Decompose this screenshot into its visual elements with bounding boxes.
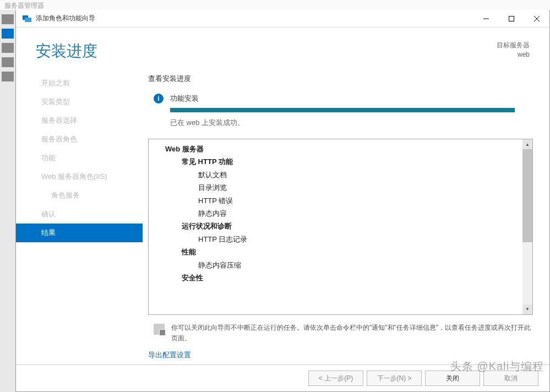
svg-rect-1 <box>25 18 31 22</box>
note-text: 你可以关闭此向导而不中断正在运行的任务。请依次单击命令栏中的"通知"和"任务详细… <box>171 323 533 344</box>
target-server-name: web <box>497 50 530 59</box>
target-server-info: 目标服务器 web <box>497 41 530 59</box>
footer: < 上一步(P) 下一步(N) > 关闭 取消 <box>16 364 549 391</box>
feature-item: HTTP 日志记录 <box>165 233 522 246</box>
export-config-link[interactable]: 导出配置设置 <box>148 349 533 364</box>
server-manager-icon <box>23 14 31 23</box>
window-controls <box>473 10 549 28</box>
nav-step-7: 确认 <box>36 205 143 224</box>
feature-item: 运行状况和诊断 <box>165 220 522 232</box>
cancel-button[interactable]: 取消 <box>483 371 538 386</box>
sidebar-stub-icon <box>2 29 14 39</box>
sidebar-stub-icon <box>2 57 14 67</box>
feature-item: 安全性 <box>165 271 522 284</box>
feature-item: 性能 <box>165 246 522 258</box>
sidebar-stub-icon <box>2 14 14 24</box>
installed-features-list[interactable]: Web 服务器常见 HTTP 功能默认文档目录浏览HTTP 错误静态内容运行状况… <box>149 139 522 314</box>
next-button[interactable]: 下一步(N) > <box>367 371 422 386</box>
header: 安装进度 目标服务器 web <box>16 28 549 67</box>
nav-step-3: 服务器角色 <box>36 130 143 149</box>
nav-step-4: 功能 <box>36 149 143 167</box>
feature-item: 常见 HTTP 功能 <box>165 155 522 168</box>
wizard-body: 开始之前安装类型服务器选择服务器角色功能Web 服务器角色(IIS)角色服务确认… <box>16 67 549 364</box>
scroll-thumb[interactable] <box>522 149 532 242</box>
status-label: 功能安装 <box>170 94 533 104</box>
progress-bar <box>170 108 515 112</box>
previous-button[interactable]: < 上一步(P) <box>308 371 363 386</box>
window-close-button[interactable] <box>524 10 549 28</box>
close-button[interactable]: 关闭 <box>425 371 480 386</box>
nav-step-0: 开始之前 <box>36 74 143 92</box>
nav-step-1: 安装类型 <box>36 92 143 111</box>
status-row: i 功能安装 已在 web 上安装成功。 <box>148 94 533 128</box>
feature-item: HTTP 错误 <box>165 194 522 207</box>
info-icon: i <box>154 94 164 104</box>
nav-step-8[interactable]: 结果 <box>16 224 143 242</box>
feature-item: 静态内容 <box>165 207 522 220</box>
titlebar: 添加角色和功能向导 <box>16 10 549 28</box>
minimize-button[interactable] <box>473 10 499 28</box>
sidebar-stub-icon <box>2 43 14 53</box>
feature-item: Web 服务器 <box>165 143 522 155</box>
progress-fill <box>170 108 515 112</box>
scroll-up-button[interactable]: ▲ <box>522 139 532 149</box>
dialog-title: 添加角色和功能向导 <box>36 14 95 23</box>
scroll-down-button[interactable]: ▼ <box>522 304 532 314</box>
flag-icon <box>154 324 165 335</box>
scrollbar[interactable]: ▲ ▼ <box>522 139 532 314</box>
note-row: 你可以关闭此向导而不中断正在运行的任务。请依次单击命令栏中的"通知"和"任务详细… <box>148 320 533 349</box>
nav-step-2: 服务器选择 <box>36 111 143 130</box>
sidebar-stub-icon <box>2 72 14 81</box>
status-message: 已在 web 上安装成功。 <box>170 118 533 128</box>
server-manager-sidebar <box>0 10 15 392</box>
installed-features-box: Web 服务器常见 HTTP 功能默认文档目录浏览HTTP 错误静态内容运行状况… <box>148 139 533 315</box>
feature-item: 静态内容压缩 <box>165 259 522 271</box>
feature-item: 默认文档 <box>165 168 522 181</box>
nav-step-5: Web 服务器角色(IIS) <box>36 167 143 186</box>
content-area: 查看安装进度 i 功能安装 已在 web 上安装成功。 Web 服务器常见 HT… <box>143 74 549 364</box>
content-heading: 查看安装进度 <box>148 74 533 84</box>
target-server-label: 目标服务器 <box>497 41 530 50</box>
maximize-button[interactable] <box>499 10 524 28</box>
wizard-dialog: 添加角色和功能向导 安装进度 目标服务器 web 开始之前安装类型服务器选择服务… <box>15 10 550 392</box>
wizard-nav: 开始之前安装类型服务器选择服务器角色功能Web 服务器角色(IIS)角色服务确认… <box>16 74 143 364</box>
nav-step-6: 角色服务 <box>36 186 143 205</box>
svg-rect-3 <box>509 16 514 21</box>
page-title: 安装进度 <box>36 41 97 62</box>
feature-item: 目录浏览 <box>165 181 522 194</box>
